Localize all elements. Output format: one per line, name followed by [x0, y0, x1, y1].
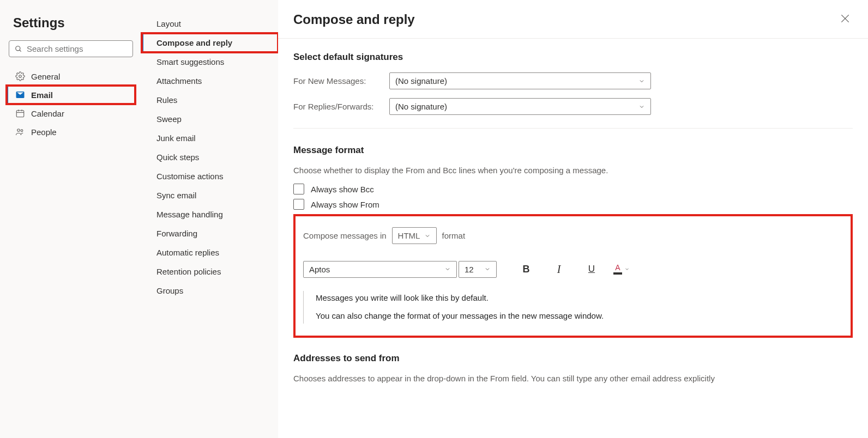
nav-item-general[interactable]: General [7, 67, 135, 86]
nav-label: Calendar [31, 109, 64, 118]
close-icon [840, 13, 851, 24]
message-format-heading: Message format [293, 145, 853, 156]
message-format-desc: Choose whether to display the From and B… [293, 166, 853, 175]
chevron-down-icon [424, 233, 431, 239]
always-show-from-label: Always show From [311, 200, 379, 209]
sub-item-layout[interactable]: Layout [142, 14, 278, 33]
highlighted-compose-box: Compose messages in HTML format Aptos 12… [293, 214, 853, 338]
sub-item-quick-steps[interactable]: Quick steps [142, 148, 278, 167]
email-sub-sidebar: Layout Compose and reply Smart suggestio… [142, 0, 278, 438]
chevron-down-icon [624, 266, 630, 272]
font-name-select[interactable]: Aptos [303, 261, 457, 278]
sub-item-message-handling[interactable]: Message handling [142, 205, 278, 224]
sub-item-attachments[interactable]: Attachments [142, 71, 278, 90]
people-icon [15, 127, 26, 137]
select-value: 12 [465, 265, 474, 274]
settings-nav-list: General Email Calendar People [7, 67, 135, 141]
nav-label: People [31, 127, 57, 137]
panel-body[interactable]: Select default signatures For New Messag… [278, 39, 868, 438]
compose-format-select[interactable]: HTML [392, 227, 437, 244]
addresses-desc: Chooses addresses to appear in the drop-… [293, 374, 853, 383]
svg-point-7 [17, 129, 20, 132]
preview-line-1: Messages you write will look like this b… [316, 293, 831, 302]
search-icon [15, 45, 22, 53]
chevron-down-icon [444, 266, 451, 272]
nav-item-people[interactable]: People [7, 123, 135, 141]
mail-icon [15, 90, 26, 100]
svg-point-8 [21, 130, 23, 132]
compose-suffix: format [442, 231, 466, 240]
nav-label: Email [31, 90, 53, 100]
sub-item-forwarding[interactable]: Forwarding [142, 224, 278, 243]
select-value: HTML [398, 231, 420, 240]
always-show-bcc-checkbox[interactable] [293, 184, 304, 194]
svg-line-1 [20, 50, 21, 51]
chevron-down-icon [638, 104, 645, 110]
new-messages-select[interactable]: (No signature) [389, 72, 651, 89]
sub-item-automatic-replies[interactable]: Automatic replies [142, 243, 278, 262]
message-preview: Messages you write will look like this b… [303, 291, 843, 324]
sub-nav-list: Layout Compose and reply Smart suggestio… [142, 14, 278, 300]
panel-header: Compose and reply [278, 0, 868, 39]
new-messages-row: For New Messages: (No signature) [293, 72, 853, 89]
bold-button[interactable]: B [515, 260, 537, 278]
section-divider [293, 128, 853, 129]
svg-point-0 [16, 46, 20, 50]
addresses-heading: Addresses to send from [293, 353, 853, 364]
settings-sidebar: Settings General Email Calendar [0, 0, 142, 438]
new-messages-label: For New Messages: [293, 76, 381, 86]
gear-icon [15, 71, 26, 81]
always-show-bcc-label: Always show Bcc [311, 185, 374, 194]
font-color-icon: A [613, 264, 622, 275]
replies-forwards-row: For Replies/Forwards: (No signature) [293, 98, 853, 115]
sub-item-smart-suggestions[interactable]: Smart suggestions [142, 52, 278, 71]
sub-item-rules[interactable]: Rules [142, 90, 278, 110]
signatures-heading: Select default signatures [293, 52, 853, 63]
sub-item-retention-policies[interactable]: Retention policies [142, 262, 278, 281]
always-show-from-row: Always show From [293, 199, 853, 210]
nav-item-email[interactable]: Email [7, 86, 135, 104]
chevron-down-icon [484, 266, 491, 272]
chevron-down-icon [638, 78, 645, 84]
always-show-bcc-row: Always show Bcc [293, 184, 853, 194]
font-color-button[interactable]: A [613, 264, 630, 275]
compose-format-row: Compose messages in HTML format [303, 227, 843, 244]
font-toolbar: Aptos 12 B I U A [303, 260, 843, 278]
sub-item-compose-and-reply[interactable]: Compose and reply [142, 33, 278, 52]
settings-title: Settings [7, 11, 135, 40]
always-show-from-checkbox[interactable] [293, 199, 304, 210]
close-button[interactable] [837, 11, 853, 28]
svg-rect-3 [16, 111, 24, 117]
select-value: (No signature) [395, 76, 447, 86]
select-value: Aptos [309, 265, 330, 274]
sub-item-customise-actions[interactable]: Customise actions [142, 167, 278, 186]
search-input[interactable] [27, 44, 130, 53]
preview-line-2: You can also change the format of your m… [316, 311, 831, 320]
underline-button[interactable]: U [581, 260, 602, 278]
replies-forwards-select[interactable]: (No signature) [389, 98, 651, 115]
replies-forwards-label: For Replies/Forwards: [293, 102, 381, 111]
sub-item-junk-email[interactable]: Junk email [142, 129, 278, 148]
panel-title: Compose and reply [293, 12, 415, 27]
svg-point-2 [19, 75, 22, 78]
sub-item-groups[interactable]: Groups [142, 281, 278, 300]
sub-item-sync-email[interactable]: Sync email [142, 186, 278, 205]
sub-item-sweep[interactable]: Sweep [142, 110, 278, 129]
nav-item-calendar[interactable]: Calendar [7, 104, 135, 123]
select-value: (No signature) [395, 102, 447, 111]
italic-button[interactable]: I [548, 260, 570, 278]
nav-label: General [31, 72, 60, 81]
compose-prefix: Compose messages in [303, 231, 387, 240]
calendar-icon [15, 108, 26, 118]
font-size-select[interactable]: 12 [459, 261, 497, 278]
search-settings-box[interactable] [9, 40, 133, 57]
main-panel: Compose and reply Select default signatu… [278, 0, 868, 438]
